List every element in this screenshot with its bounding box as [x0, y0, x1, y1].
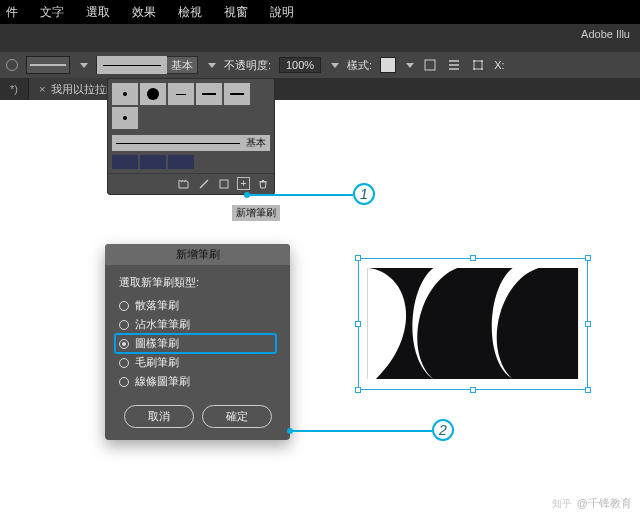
brushes-panel-footer: +: [108, 173, 274, 194]
svg-point-3: [481, 60, 483, 62]
menu-item[interactable]: 視窗: [224, 4, 248, 21]
menu-item[interactable]: 效果: [132, 4, 156, 21]
trash-icon[interactable]: [256, 177, 270, 191]
brushes-panel[interactable]: 基本 +: [107, 78, 275, 195]
annotation-line: [247, 194, 353, 196]
annotation-line: [290, 430, 432, 432]
svg-line-6: [200, 180, 208, 188]
pattern-thumb[interactable]: [140, 155, 166, 169]
svg-point-4: [473, 68, 475, 70]
pattern-thumb[interactable]: [168, 155, 194, 169]
selection-handle[interactable]: [585, 255, 591, 261]
close-icon[interactable]: ×: [39, 83, 45, 95]
tab-label: *): [10, 83, 18, 95]
option-label: 圖樣筆刷: [135, 336, 179, 351]
radio-icon: [119, 301, 129, 311]
option-label: 散落筆刷: [135, 298, 179, 313]
brush-type-option[interactable]: 毛刷筆刷: [119, 353, 276, 372]
ok-button[interactable]: 確定: [202, 405, 272, 428]
remove-stroke-icon[interactable]: [197, 177, 211, 191]
app-bar: Adobe Illu 基本 不透明度: 100% 樣式: X:: [0, 24, 640, 78]
chevron-down-icon[interactable]: [406, 63, 414, 68]
option-label: 沾水筆筆刷: [135, 317, 190, 332]
brush-swatch[interactable]: [196, 83, 222, 105]
brush-definition-label: 基本: [167, 58, 197, 73]
options-icon[interactable]: [217, 177, 231, 191]
menu-item[interactable]: 選取: [86, 4, 110, 21]
app-name: Adobe Illu: [581, 28, 630, 40]
brush-type-option[interactable]: 散落筆刷: [119, 296, 276, 315]
options-bar: 基本 不透明度: 100% 樣式: X:: [0, 52, 640, 78]
selection-handle[interactable]: [355, 255, 361, 261]
option-label: 線條圖筆刷: [135, 374, 190, 389]
selection-handle[interactable]: [355, 387, 361, 393]
svg-rect-1: [474, 61, 482, 69]
selection-handle[interactable]: [585, 387, 591, 393]
style-label: 樣式:: [347, 58, 372, 73]
menu-item[interactable]: 件: [6, 4, 18, 21]
x-label: X:: [494, 59, 504, 71]
align-icon[interactable]: [446, 57, 462, 73]
brush-type-option[interactable]: 沾水筆筆刷: [119, 315, 276, 334]
chevron-down-icon[interactable]: [80, 63, 88, 68]
radio-icon: [119, 320, 129, 330]
new-brush-icon[interactable]: +: [237, 177, 250, 190]
annotation-step: 2: [432, 419, 454, 441]
brush-swatch[interactable]: [168, 83, 194, 105]
annotation-step: 1: [353, 183, 375, 205]
brush-swatch[interactable]: [224, 83, 250, 105]
brush-swatch[interactable]: [140, 83, 166, 105]
brush-basic-label: 基本: [246, 136, 266, 150]
menu-item[interactable]: 檢視: [178, 4, 202, 21]
brush-swatch-grid: [108, 79, 274, 133]
brush-type-option[interactable]: 圖樣筆刷: [115, 334, 276, 353]
brush-swatch[interactable]: [112, 107, 138, 129]
svg-point-5: [481, 68, 483, 70]
document-tab[interactable]: *): [0, 78, 29, 100]
macos-menubar: 件 文字 選取 效果 檢視 視窗 說明: [0, 0, 640, 24]
selection-handle[interactable]: [355, 321, 361, 327]
option-label: 毛刷筆刷: [135, 355, 179, 370]
cancel-button[interactable]: 取消: [124, 405, 194, 428]
brush-definition-chip[interactable]: 基本: [96, 56, 198, 74]
pager-dot[interactable]: [6, 59, 18, 71]
document-tab-row: *) × 我用以拉拉的.: [0, 78, 640, 100]
dialog-title: 新增筆刷: [105, 244, 290, 265]
radio-icon: [119, 339, 129, 349]
radio-icon: [119, 377, 129, 387]
selected-artwork[interactable]: [358, 258, 588, 390]
brush-basic-row[interactable]: 基本: [112, 135, 270, 151]
brush-type-option[interactable]: 線條圖筆刷: [119, 372, 276, 391]
dialog-prompt: 選取新筆刷類型:: [119, 275, 276, 290]
artwork-shape: [364, 264, 582, 383]
graphic-style-swatch[interactable]: [380, 57, 396, 73]
brush-swatch[interactable]: [112, 83, 138, 105]
radio-icon: [119, 358, 129, 368]
svg-rect-0: [425, 60, 435, 70]
new-brush-dialog: 新增筆刷 選取新筆刷類型: 散落筆刷 沾水筆筆刷 圖樣筆刷 毛刷筆刷 線條圖筆刷…: [105, 244, 290, 440]
libraries-icon[interactable]: [177, 177, 191, 191]
pattern-thumb[interactable]: [112, 155, 138, 169]
menu-item[interactable]: 文字: [40, 4, 64, 21]
opacity-value[interactable]: 100%: [279, 57, 321, 73]
watermark-brand: 知乎: [552, 498, 572, 509]
menu-item[interactable]: 說明: [270, 4, 294, 21]
transform-icon[interactable]: [470, 57, 486, 73]
watermark-author: @千锋教育: [577, 497, 632, 509]
opacity-label: 不透明度:: [224, 58, 271, 73]
svg-rect-7: [220, 180, 228, 188]
selection-handle[interactable]: [585, 321, 591, 327]
brush-pattern-row: [108, 155, 274, 173]
new-brush-tooltip: 新增筆刷: [232, 205, 280, 221]
chevron-down-icon[interactable]: [208, 63, 216, 68]
selection-handle[interactable]: [470, 255, 476, 261]
selection-handle[interactable]: [470, 387, 476, 393]
document-setup-icon[interactable]: [422, 57, 438, 73]
brush-stroke-preview: [116, 143, 240, 144]
svg-point-2: [473, 60, 475, 62]
stroke-swatch[interactable]: [26, 56, 70, 74]
chevron-down-icon[interactable]: [331, 63, 339, 68]
watermark: 知乎 @千锋教育: [552, 496, 632, 511]
brush-stroke-preview: [97, 56, 167, 74]
